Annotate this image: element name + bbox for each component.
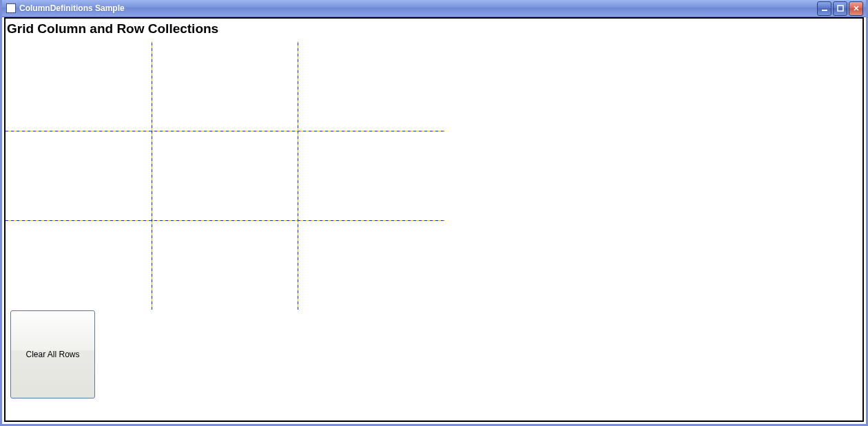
client-area: Grid Column and Row Collections Clear Al…: [4, 17, 864, 422]
grid-row-divider: [6, 220, 445, 221]
grid-column-divider: [298, 41, 298, 310]
svg-rect-1: [838, 6, 843, 11]
maximize-button[interactable]: [833, 1, 847, 16]
svg-rect-0: [822, 10, 827, 11]
grid-preview: [6, 41, 445, 310]
grid-column-divider: [152, 41, 152, 310]
close-icon: [853, 5, 860, 12]
page-title: Grid Column and Row Collections: [6, 19, 862, 38]
grid-row-divider: [6, 131, 445, 131]
window-controls: [817, 1, 863, 16]
minimize-button[interactable]: [817, 1, 831, 16]
window-frame: ColumnDefinitions Sample Grid Column and…: [0, 0, 868, 426]
app-icon: [6, 3, 16, 13]
window-title: ColumnDefinitions Sample: [19, 3, 817, 13]
clear-all-rows-button[interactable]: Clear All Rows: [10, 310, 95, 398]
close-button[interactable]: [849, 1, 863, 16]
minimize-icon: [821, 5, 828, 12]
titlebar[interactable]: ColumnDefinitions Sample: [2, 0, 866, 17]
maximize-icon: [837, 5, 844, 12]
